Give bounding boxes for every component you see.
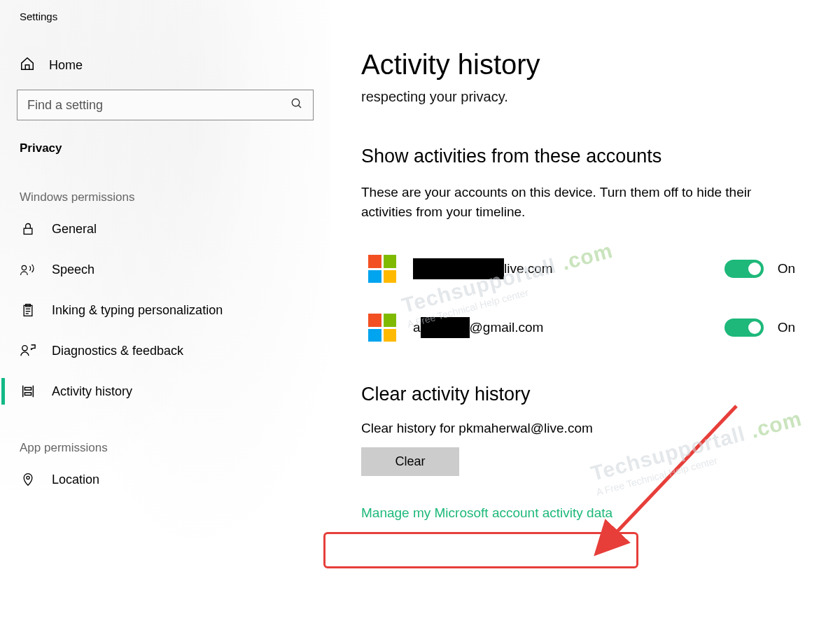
redacted-text — [421, 317, 470, 338]
app-title: Settings — [0, 10, 330, 32]
nav-inking[interactable]: Inking & typing personalization — [0, 290, 330, 330]
account-toggle[interactable] — [724, 318, 764, 337]
svg-line-1 — [298, 105, 301, 108]
group-windows-permissions: Windows permissions — [0, 161, 330, 209]
nav-activity-history[interactable]: Activity history — [0, 371, 330, 412]
nav-label: Location — [52, 472, 99, 487]
svg-rect-2 — [24, 228, 32, 234]
feedback-icon — [20, 343, 36, 358]
svg-point-9 — [22, 346, 27, 351]
nav-general[interactable]: General — [0, 209, 330, 249]
svg-point-0 — [292, 99, 300, 106]
search-icon — [290, 97, 303, 113]
account-email: live.com — [413, 258, 708, 279]
location-icon — [20, 472, 36, 487]
manage-activity-link[interactable]: Manage my Microsoft account activity dat… — [361, 505, 798, 521]
nav-label: Diagnostics & feedback — [52, 344, 183, 358]
nav-home-label: Home — [49, 58, 83, 73]
nav-speech[interactable]: Speech — [0, 249, 330, 290]
nav-label: Inking & typing personalization — [52, 303, 223, 318]
sidebar: Settings Home Find a setting Privacy Win… — [0, 0, 330, 644]
clear-heading: Clear activity history — [361, 384, 798, 405]
clipboard-icon — [20, 302, 36, 318]
speech-icon — [20, 262, 36, 277]
toggle-state: On — [778, 320, 795, 335]
svg-rect-13 — [24, 393, 31, 396]
page-title: Activity history — [361, 49, 798, 80]
toggle-state: On — [778, 261, 795, 276]
nav-label: Activity history — [52, 384, 132, 399]
accounts-heading: Show activities from these accounts — [361, 146, 798, 167]
account-row: a @gmail.com On — [361, 302, 795, 353]
nav-label: General — [52, 222, 97, 237]
svg-point-3 — [22, 265, 26, 270]
content: Activity history respecting your privacy… — [330, 0, 819, 644]
category-label: Privacy — [0, 120, 330, 161]
group-app-permissions: App permissions — [0, 412, 330, 459]
home-icon — [20, 56, 35, 74]
account-email: a @gmail.com — [413, 317, 708, 338]
account-toggle[interactable] — [724, 260, 764, 278]
nav-home[interactable]: Home — [0, 45, 330, 85]
nav-location[interactable]: Location — [0, 459, 330, 500]
clear-button[interactable]: Clear — [361, 447, 459, 476]
search-placeholder: Find a setting — [27, 98, 103, 113]
redacted-text — [413, 258, 504, 279]
svg-rect-12 — [24, 388, 31, 391]
clear-desc: Clear history for pkmaherwal@live.com — [361, 421, 798, 436]
nav-diagnostics[interactable]: Diagnostics & feedback — [0, 330, 330, 371]
svg-point-14 — [27, 476, 29, 479]
annotation-highlight — [323, 532, 638, 568]
search-input[interactable]: Find a setting — [17, 90, 314, 120]
nav-label: Speech — [52, 262, 94, 277]
lock-icon — [20, 221, 36, 237]
accounts-desc: These are your accounts on this device. … — [361, 183, 795, 221]
page-subtitle: respecting your privacy. — [361, 89, 798, 105]
timeline-icon — [20, 384, 36, 399]
account-row: live.com On — [361, 244, 795, 294]
microsoft-logo-icon — [368, 255, 396, 283]
microsoft-logo-icon — [368, 314, 396, 342]
